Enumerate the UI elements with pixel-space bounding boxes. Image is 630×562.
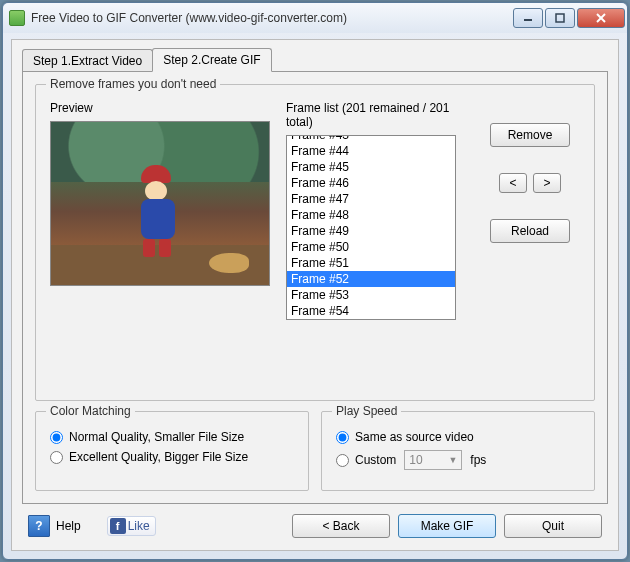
frame-list-item[interactable]: Frame #46 <box>287 175 455 191</box>
frame-list-item[interactable]: Frame #54 <box>287 303 455 319</box>
make-gif-button[interactable]: Make GIF <box>398 514 496 538</box>
chevron-down-icon: ▼ <box>448 455 457 465</box>
preview-image <box>50 121 270 286</box>
quality-excellent-label: Excellent Quality, Bigger File Size <box>69 450 248 464</box>
frame-list-item[interactable]: Frame #51 <box>287 255 455 271</box>
tab-pane: Remove frames you don't need Preview <box>22 71 608 504</box>
reload-button[interactable]: Reload <box>490 219 570 243</box>
prev-frame-button[interactable]: < <box>499 173 527 193</box>
frame-list-label: Frame list (201 remained / 201 total) <box>286 101 464 129</box>
facebook-icon: f <box>110 518 126 534</box>
facebook-like-label: Like <box>128 519 150 533</box>
speed-custom-radio[interactable]: Custom <box>336 453 396 467</box>
remove-frames-group: Remove frames you don't need Preview <box>35 84 595 401</box>
app-window: Free Video to GIF Converter (www.video-g… <box>2 2 628 560</box>
minimize-button[interactable] <box>513 8 543 28</box>
play-speed-title: Play Speed <box>332 404 401 418</box>
frame-list-item[interactable]: Frame #47 <box>287 191 455 207</box>
frame-list-item[interactable]: Frame #50 <box>287 239 455 255</box>
frame-list-item[interactable]: Frame #48 <box>287 207 455 223</box>
color-matching-group: Color Matching Normal Quality, Smaller F… <box>35 411 309 491</box>
remove-frames-title: Remove frames you don't need <box>46 77 220 91</box>
tab-step2[interactable]: Step 2.Create GIF <box>152 48 271 72</box>
titlebar: Free Video to GIF Converter (www.video-g… <box>3 3 627 33</box>
quality-normal-input[interactable] <box>50 431 63 444</box>
quit-button[interactable]: Quit <box>504 514 602 538</box>
next-frame-button[interactable]: > <box>533 173 561 193</box>
frame-list-item[interactable]: Frame #44 <box>287 143 455 159</box>
close-icon <box>596 13 606 23</box>
remove-button[interactable]: Remove <box>490 123 570 147</box>
app-icon <box>9 10 25 26</box>
tabstrip: Step 1.Extract Video Step 2.Create GIF <box>22 48 608 72</box>
color-matching-title: Color Matching <box>46 404 135 418</box>
footer: ? Help f Like < Back Make GIF Quit <box>22 504 608 540</box>
frame-list-item[interactable]: Frame #45 <box>287 159 455 175</box>
frame-list-item[interactable]: Frame #49 <box>287 223 455 239</box>
frame-list-item[interactable]: Frame #53 <box>287 287 455 303</box>
help-icon[interactable]: ? <box>28 515 50 537</box>
svg-rect-1 <box>556 14 564 22</box>
preview-label: Preview <box>50 101 270 115</box>
frame-list-item[interactable]: Frame #52 <box>287 271 455 287</box>
facebook-like-button[interactable]: f Like <box>107 516 156 536</box>
maximize-icon <box>555 13 565 23</box>
window-title: Free Video to GIF Converter (www.video-g… <box>31 11 513 25</box>
minimize-icon <box>523 13 533 23</box>
speed-same-label: Same as source video <box>355 430 474 444</box>
quality-normal-label: Normal Quality, Smaller File Size <box>69 430 244 444</box>
speed-custom-input[interactable] <box>336 454 349 467</box>
quality-normal-radio[interactable]: Normal Quality, Smaller File Size <box>50 430 294 444</box>
client-area: Step 1.Extract Video Step 2.Create GIF R… <box>11 39 619 551</box>
tab-step1[interactable]: Step 1.Extract Video <box>22 49 153 72</box>
back-button[interactable]: < Back <box>292 514 390 538</box>
help-label[interactable]: Help <box>56 519 81 533</box>
speed-same-radio[interactable]: Same as source video <box>336 430 580 444</box>
speed-same-input[interactable] <box>336 431 349 444</box>
close-button[interactable] <box>577 8 625 28</box>
quality-excellent-input[interactable] <box>50 451 63 464</box>
fps-value: 10 <box>409 453 422 467</box>
speed-custom-label: Custom <box>355 453 396 467</box>
fps-unit: fps <box>470 453 486 467</box>
play-speed-group: Play Speed Same as source video Custom 1… <box>321 411 595 491</box>
fps-combobox[interactable]: 10 ▼ <box>404 450 462 470</box>
maximize-button[interactable] <box>545 8 575 28</box>
frame-listbox[interactable]: Frame #43Frame #44Frame #45Frame #46Fram… <box>286 135 456 320</box>
quality-excellent-radio[interactable]: Excellent Quality, Bigger File Size <box>50 450 294 464</box>
frame-list-item[interactable]: Frame #43 <box>287 135 455 143</box>
